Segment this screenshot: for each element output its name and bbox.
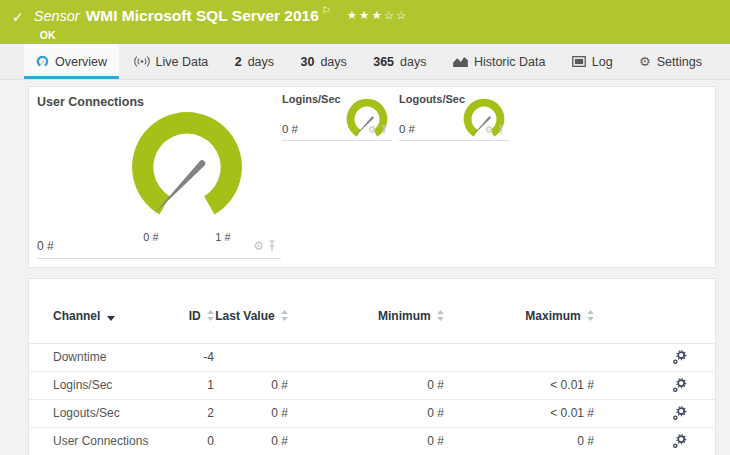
tab-number: 365 bbox=[373, 55, 394, 69]
channel-last-value: 0 # bbox=[214, 371, 288, 399]
table-header-row: Channel ID Last Value Minimum Maximum bbox=[29, 279, 715, 343]
tab-label: days bbox=[400, 55, 426, 69]
channel-last-value: 0 # bbox=[214, 427, 288, 455]
sort-icon bbox=[281, 310, 288, 321]
pin-icon[interactable] bbox=[380, 125, 388, 135]
channel-name: Logouts/Sec bbox=[29, 399, 183, 427]
tab-number: 2 bbox=[235, 55, 242, 69]
table-row: Logouts/Sec 2 0 # 0 # < 0.01 # bbox=[29, 399, 715, 427]
tab-settings[interactable]: ⚙ Settings bbox=[627, 44, 714, 79]
pin-icon[interactable] bbox=[267, 240, 277, 252]
gauge-value: 0 # bbox=[37, 239, 54, 253]
gauges-panel: User Connections 0 # 1 # 0 # ⚙ Logins/Se… bbox=[28, 86, 716, 268]
tab-label: Log bbox=[592, 55, 613, 69]
logins-gauge bbox=[344, 96, 390, 142]
tab-log[interactable]: Log bbox=[560, 44, 625, 79]
channel-maximum: < 0.01 # bbox=[444, 399, 594, 427]
channel-id: 1 bbox=[183, 371, 214, 399]
tab-live-data[interactable]: Live Data bbox=[122, 44, 221, 79]
gauge-value: 0 # bbox=[282, 123, 298, 135]
log-icon bbox=[572, 56, 586, 67]
rating-stars[interactable]: ★★★☆☆ bbox=[347, 8, 409, 22]
historic-chart-icon bbox=[453, 56, 468, 67]
channel-id: 2 bbox=[183, 399, 214, 427]
sensor-kind-label: Sensor bbox=[34, 8, 80, 24]
column-header-id[interactable]: ID bbox=[183, 279, 214, 343]
tab-label: days bbox=[248, 55, 274, 69]
gauge-value: 0 # bbox=[399, 123, 415, 135]
table-row: User Connections 0 0 # 0 # 0 # bbox=[29, 427, 715, 455]
column-header-maximum[interactable]: Maximum bbox=[444, 279, 594, 343]
logouts-gauge bbox=[461, 96, 507, 142]
logouts-gauge-tile: Logouts/Sec 0 # ⚙ bbox=[399, 87, 509, 141]
sensor-title: WMI Microsoft SQL Server 2016 bbox=[86, 7, 319, 25]
table-row: Logins/Sec 1 0 # 0 # < 0.01 # bbox=[29, 371, 715, 399]
gauge-icon bbox=[36, 55, 49, 68]
user-connections-gauge bbox=[125, 105, 249, 229]
tab-label: Live Data bbox=[156, 55, 209, 69]
channel-last-value bbox=[214, 343, 288, 371]
channel-settings-gears-icon[interactable] bbox=[672, 378, 687, 393]
channel-minimum bbox=[288, 343, 444, 371]
sensor-status-bar: ✓ Sensor WMI Microsoft SQL Server 2016 ⚐… bbox=[0, 0, 730, 44]
gauge-title: Logouts/Sec bbox=[399, 93, 465, 105]
column-header-channel[interactable]: Channel bbox=[29, 279, 183, 343]
pin-icon[interactable] bbox=[497, 125, 505, 135]
primary-gauge-tile: User Connections 0 # 1 # 0 # ⚙ bbox=[37, 87, 281, 259]
gauge-settings-gear-icon[interactable]: ⚙ bbox=[253, 239, 264, 253]
channel-last-value: 0 # bbox=[214, 399, 288, 427]
tab-label: Historic Data bbox=[474, 55, 546, 69]
gauge-settings-gear-icon[interactable]: ⚙ bbox=[485, 124, 494, 135]
sort-icon bbox=[587, 310, 594, 321]
gear-icon: ⚙ bbox=[639, 54, 651, 69]
logins-gauge-tile: Logins/Sec 0 # ⚙ bbox=[282, 87, 392, 141]
channel-minimum: 0 # bbox=[288, 371, 444, 399]
tab-365-days[interactable]: 365 days bbox=[361, 44, 438, 79]
column-header-last-value[interactable]: Last Value bbox=[214, 279, 288, 343]
channel-name: Downtime bbox=[29, 343, 183, 371]
prtg-sensor-page: { "header": { "check": "✓", "kind_label"… bbox=[0, 0, 730, 455]
channel-settings-gears-icon[interactable] bbox=[672, 406, 687, 421]
tab-bar: Overview Live Data 2 days 30 days 365 da… bbox=[0, 44, 730, 80]
channel-settings-gears-icon[interactable] bbox=[672, 350, 687, 365]
tab-number: 30 bbox=[300, 55, 314, 69]
tab-overview[interactable]: Overview bbox=[24, 44, 119, 79]
sort-icon bbox=[207, 310, 214, 321]
channel-name: Logins/Sec bbox=[29, 371, 183, 399]
tab-30-days[interactable]: 30 days bbox=[288, 44, 358, 79]
column-header-minimum[interactable]: Minimum bbox=[288, 279, 444, 343]
priority-flag-icon[interactable]: ⚐ bbox=[322, 5, 331, 16]
sensor-title-block: Sensor WMI Microsoft SQL Server 2016 ⚐ ★… bbox=[34, 7, 409, 41]
channel-id: -4 bbox=[183, 343, 214, 371]
live-signal-icon bbox=[134, 55, 150, 68]
gauge-settings-gear-icon[interactable]: ⚙ bbox=[368, 124, 377, 135]
sort-icon bbox=[437, 310, 444, 321]
tab-label: days bbox=[320, 55, 346, 69]
channels-panel: Channel ID Last Value Minimum Maximum bbox=[28, 278, 716, 455]
status-check-icon: ✓ bbox=[12, 9, 24, 25]
channel-maximum: < 0.01 # bbox=[444, 371, 594, 399]
sort-desc-icon bbox=[107, 316, 115, 321]
channel-name: User Connections bbox=[29, 427, 183, 455]
table-row: Downtime -4 bbox=[29, 343, 715, 371]
tab-label: Settings bbox=[657, 55, 702, 69]
tab-label: Overview bbox=[55, 55, 107, 69]
channels-table: Channel ID Last Value Minimum Maximum bbox=[29, 279, 715, 455]
channel-settings-gears-icon[interactable] bbox=[672, 434, 687, 449]
channel-maximum bbox=[444, 343, 594, 371]
channel-minimum: 0 # bbox=[288, 399, 444, 427]
channel-minimum: 0 # bbox=[288, 427, 444, 455]
gauge-title: Logins/Sec bbox=[282, 93, 341, 105]
sensor-status-badge: OK bbox=[40, 29, 409, 41]
tab-2-days[interactable]: 2 days bbox=[223, 44, 286, 79]
tab-historic-data[interactable]: Historic Data bbox=[441, 44, 558, 79]
channel-maximum: 0 # bbox=[444, 427, 594, 455]
channel-id: 0 bbox=[183, 427, 214, 455]
